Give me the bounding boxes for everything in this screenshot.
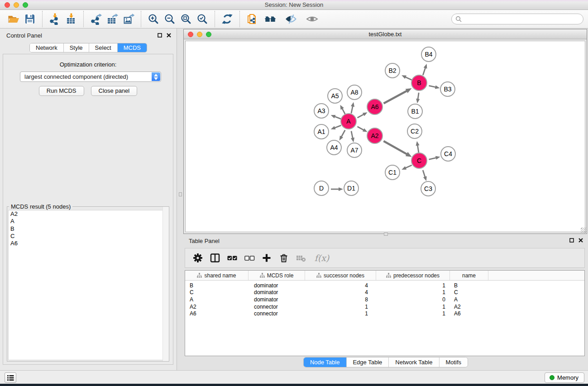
table-cell[interactable]: 0	[376, 296, 450, 303]
delete-column-button[interactable]	[277, 252, 290, 264]
table-cell[interactable]: 1	[305, 310, 376, 317]
network-close-light[interactable]	[188, 32, 193, 37]
graph-node-B[interactable]: B	[411, 75, 427, 91]
graph-node-A3[interactable]: A3	[314, 103, 329, 119]
zoom-in-button[interactable]	[145, 11, 162, 27]
tab-select[interactable]: Select	[89, 43, 118, 52]
apply-layout-button[interactable]	[219, 11, 235, 27]
graph-node-A8[interactable]: A8	[347, 85, 362, 100]
graph-node-A2[interactable]: A2	[367, 128, 383, 144]
deselect-all-button[interactable]	[243, 252, 255, 264]
table-cell[interactable]: A6	[185, 310, 249, 317]
show-columns-button[interactable]	[209, 252, 221, 264]
graph-node-B3[interactable]: B3	[440, 81, 455, 97]
table-cell[interactable]: dominator	[249, 282, 305, 289]
tab-network-table[interactable]: Network Table	[389, 357, 439, 367]
export-image-button[interactable]	[120, 11, 137, 27]
table-cell[interactable]: connector	[249, 304, 305, 310]
graph-node-C3[interactable]: C3	[421, 181, 436, 196]
table-cell[interactable]: dominator	[249, 289, 305, 295]
close-panel-icon[interactable]	[166, 33, 172, 38]
search-input[interactable]	[462, 14, 583, 24]
tab-mcds[interactable]: MCDS	[118, 43, 147, 52]
memory-button[interactable]: Memory	[545, 372, 584, 383]
table-cell[interactable]: 1	[305, 304, 376, 310]
table-cell[interactable]: 1	[376, 289, 450, 295]
column-header-shared-name[interactable]: shared name	[185, 271, 249, 280]
graph-node-A5[interactable]: A5	[327, 88, 343, 104]
run-mcds-button[interactable]: Run MCDS	[39, 86, 84, 96]
table-cell[interactable]: 1	[376, 310, 450, 317]
zoom-fit-button[interactable]	[178, 11, 194, 27]
table-float-icon[interactable]	[569, 238, 574, 243]
table-cell[interactable]: A	[450, 296, 488, 303]
graph-node-B1[interactable]: B1	[407, 104, 423, 119]
close-panel-button[interactable]: Close panel	[91, 86, 138, 96]
table-cell[interactable]: A2	[185, 304, 249, 310]
table-cell[interactable]: 8	[305, 296, 376, 303]
table-row[interactable]: A2connector11A2	[185, 303, 584, 310]
show-graphics-details-button[interactable]	[304, 11, 320, 27]
mcds-result-item[interactable]: A	[9, 218, 167, 225]
table-cell[interactable]: A2	[450, 304, 488, 310]
table-row[interactable]: Adominator80A	[185, 296, 584, 303]
table-cell[interactable]: C	[450, 289, 488, 295]
column-header-MCDS-role[interactable]: MCDS role	[249, 271, 305, 280]
table-cell[interactable]: 4	[305, 282, 376, 289]
export-table-button[interactable]	[104, 11, 120, 27]
ndex-button[interactable]	[262, 11, 278, 27]
table-cell[interactable]: C	[185, 289, 249, 295]
tab-network[interactable]: Network	[30, 43, 64, 52]
table-cell[interactable]: A	[185, 296, 249, 303]
network-zoom-light[interactable]	[206, 32, 211, 37]
graph-node-A7[interactable]: A7	[347, 143, 362, 158]
hide-graphics-details-button[interactable]	[282, 11, 299, 27]
table-cell[interactable]: B	[450, 282, 488, 289]
table-cell[interactable]: dominator	[249, 296, 305, 303]
table-row[interactable]: Cdominator41C	[185, 289, 584, 296]
graph-node-A4[interactable]: A4	[326, 140, 342, 155]
network-canvas[interactable]: B4B2BB3A5A8A6A3B1AC2A1A2A4A7C4CC1C3DD1	[185, 41, 585, 232]
graph-node-D1[interactable]: D1	[344, 181, 359, 196]
criterion-select[interactable]: largest connected component (directed)	[20, 71, 161, 82]
mcds-result-item[interactable]: C	[9, 233, 167, 240]
column-header-name[interactable]: name	[450, 271, 488, 280]
tab-motifs[interactable]: Motifs	[439, 357, 468, 367]
mcds-result-item[interactable]: A2	[9, 210, 167, 218]
graph-node-D[interactable]: D	[314, 181, 329, 196]
table-cell[interactable]: B	[185, 282, 249, 289]
import-table-button[interactable]	[63, 11, 79, 27]
mcds-result-item[interactable]: B	[9, 225, 167, 233]
float-panel-icon[interactable]	[157, 33, 163, 38]
graph-node-A6[interactable]: A6	[367, 99, 383, 115]
table-cell[interactable]: 1	[376, 282, 450, 289]
table-row[interactable]: A6connector11A6	[185, 310, 584, 317]
export-network-button[interactable]	[88, 11, 104, 27]
tab-edge-table[interactable]: Edge Table	[346, 357, 389, 367]
table-cell[interactable]: 4	[305, 289, 376, 295]
column-header-successor-nodes[interactable]: successor nodes	[305, 271, 376, 280]
table-cell[interactable]: 1	[376, 304, 450, 310]
graph-node-C[interactable]: C	[411, 152, 427, 169]
select-all-button[interactable]	[226, 252, 238, 264]
network-window-titlebar[interactable]: testGlobe.txt	[184, 29, 587, 39]
graph-node-C1[interactable]: C1	[385, 165, 400, 180]
network-minimize-light[interactable]	[197, 32, 202, 37]
zoom-selected-button[interactable]	[194, 11, 210, 27]
save-session-button[interactable]	[22, 11, 38, 27]
mcds-result-item[interactable]: A6	[9, 240, 167, 247]
table-cell[interactable]: connector	[249, 310, 305, 317]
tab-style[interactable]: Style	[64, 43, 89, 52]
show-panels-button[interactable]	[5, 372, 16, 383]
zoom-out-button[interactable]	[162, 11, 178, 27]
graph-node-A1[interactable]: A1	[314, 124, 329, 139]
import-network-button[interactable]	[47, 11, 63, 27]
graph-node-B2[interactable]: B2	[385, 63, 400, 78]
graph-node-C4[interactable]: C4	[440, 146, 456, 162]
open-session-button[interactable]	[5, 11, 22, 27]
graph-node-A[interactable]: A	[340, 113, 357, 129]
network-from-selection-button[interactable]	[244, 11, 260, 27]
add-column-button[interactable]	[260, 252, 272, 264]
table-close-icon[interactable]	[578, 238, 583, 243]
graph-node-B4[interactable]: B4	[421, 47, 436, 62]
